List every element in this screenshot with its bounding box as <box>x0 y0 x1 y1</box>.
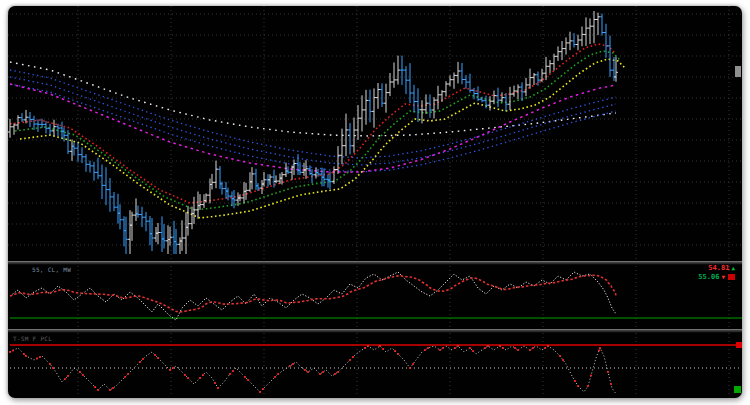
panel-separator[interactable] <box>8 261 742 265</box>
price-bar <box>134 198 138 221</box>
price-bar <box>344 114 348 157</box>
indicator2-signal-dot <box>97 389 99 391</box>
indicator2-signal-dot <box>184 374 186 376</box>
price-bar <box>32 116 36 130</box>
price-bar <box>580 27 584 47</box>
ma-slow-white <box>10 62 616 136</box>
readout-line-2: 55.06 ▼ <box>698 273 735 281</box>
readout-value-1: 54.81 <box>708 264 729 272</box>
indicator2-signal-dot <box>412 363 414 365</box>
ma-fast-red <box>10 44 616 203</box>
indicator2-signal-dot <box>514 347 516 349</box>
indicator2-signal-dot <box>262 388 264 390</box>
indicator2-signal-dot <box>472 350 474 352</box>
price-bar <box>214 161 218 189</box>
price-bar <box>432 97 436 118</box>
indicator2-signal-dot <box>304 369 306 371</box>
indicator2-signal-dot <box>544 347 546 349</box>
price-bar <box>444 81 448 96</box>
indicator2-signal-dot <box>532 347 534 349</box>
indicator2-signal-dot <box>154 354 156 356</box>
price-bar <box>192 197 196 224</box>
price-bar <box>160 216 164 252</box>
price-bar <box>60 122 64 139</box>
price-bar <box>8 119 12 138</box>
indicator2-signal-dot <box>487 345 489 347</box>
indicator2-signal-dot <box>394 350 396 352</box>
indicator2-signal-dot <box>409 367 411 369</box>
price-bar <box>72 142 76 155</box>
indicator1-signal-line <box>10 275 616 312</box>
price-bar <box>242 182 246 203</box>
price-bar <box>360 95 364 131</box>
price-bar <box>262 172 266 186</box>
scrollbar-marker[interactable] <box>735 66 741 77</box>
indicator2-signal-dot <box>172 367 174 369</box>
indicator2-signal-dot <box>382 348 384 350</box>
price-bar <box>174 229 178 254</box>
price-bar <box>298 162 302 175</box>
chart-window: 55, CL, MW 54.81 ▲ 55.06 ▼ T-SM F PCL <box>8 6 742 398</box>
indicator2-signal-dot <box>307 371 309 373</box>
indicator2-signal-dot <box>112 387 114 389</box>
price-bar <box>28 112 32 127</box>
indicator2-signal-dot <box>217 387 219 389</box>
price-bar <box>496 88 500 107</box>
price-bar <box>476 86 480 101</box>
price-bar <box>584 17 588 46</box>
indicator2-signal-dot <box>49 363 51 365</box>
price-bar <box>286 166 290 174</box>
price-bar <box>118 204 122 229</box>
price-bar <box>48 124 52 135</box>
price-bar <box>36 119 40 132</box>
price-bar <box>368 90 372 123</box>
price-bar <box>130 212 134 241</box>
indicator2-signal-dot <box>39 356 41 358</box>
indicator2-signal-dot <box>457 345 459 347</box>
price-bar <box>88 161 92 173</box>
price-bar <box>568 32 572 51</box>
price-bar <box>124 217 128 254</box>
price-bar <box>76 143 80 162</box>
indicator2-signal-dot <box>484 347 486 349</box>
indicator2-signal-dot <box>82 374 84 376</box>
price-bar <box>604 24 608 58</box>
indicator2-signal-dot <box>499 345 501 347</box>
price-bar <box>20 113 24 122</box>
indicator2-signal-dot <box>23 353 25 355</box>
price-bar <box>408 63 412 103</box>
indicator2-signal-dot <box>587 385 589 387</box>
price-bar <box>172 221 176 254</box>
indicator2-signal-dot <box>379 345 381 347</box>
price-bar <box>254 169 258 190</box>
price-bar <box>116 194 120 224</box>
indicator2-signal-dot <box>94 386 96 388</box>
price-bar <box>532 73 536 85</box>
price-bar <box>412 85 416 113</box>
ma-band-blue <box>10 84 616 172</box>
readout-value-2: 55.06 <box>698 273 719 281</box>
ma-fast-yellow <box>20 59 626 218</box>
indicator2-signal-dot <box>259 391 261 393</box>
indicator2-signal-dot <box>577 385 579 387</box>
indicator2-signal-dot <box>547 345 549 347</box>
indicator2-signal-dot <box>274 376 276 378</box>
price-bar <box>576 35 580 51</box>
red-line-cap <box>736 342 742 348</box>
price-bar <box>52 120 56 136</box>
price-bar <box>504 93 508 111</box>
price-bar <box>588 18 592 44</box>
price-bar <box>310 169 314 183</box>
indicator2-signal-dot <box>36 358 38 360</box>
indicator2-signal-dot <box>142 358 144 360</box>
indicator2-signal-dot <box>124 376 126 378</box>
indicator2-signal-dot <box>469 347 471 349</box>
indicator2-signal-dot <box>109 389 111 391</box>
panel-separator[interactable] <box>8 329 742 333</box>
price-bar <box>184 212 188 254</box>
indicator2-signal-dot <box>139 361 141 363</box>
price-bar <box>104 167 108 205</box>
indicator2-signal-dot <box>289 365 291 367</box>
price-bar <box>204 193 208 202</box>
chart-canvas[interactable] <box>8 6 742 398</box>
